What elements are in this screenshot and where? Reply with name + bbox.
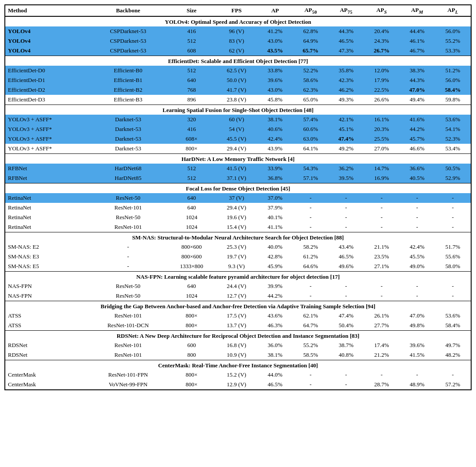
table-row: NAS-FPNResNet-5064024.4 (V)39.9%----- <box>5 281 471 291</box>
cell-apm: 39.6% <box>399 340 435 350</box>
cell-method: YOLOv3 + ASFF* <box>5 124 89 134</box>
cell-ap75: - <box>328 370 364 380</box>
cell-ap: 40.1% <box>257 213 293 222</box>
cell-backbone: Darknet-53 <box>89 115 167 124</box>
cell-apl: - <box>435 222 471 232</box>
col-backbone: Backbone <box>89 5 167 16</box>
cell-method: SM-NAS: E3 <box>5 252 89 262</box>
cell-backbone: CSPDarknet-53 <box>89 26 167 36</box>
col-fps: FPS <box>216 5 257 16</box>
cell-apl: 58.4% <box>435 321 471 331</box>
cell-size: 800× <box>167 321 216 331</box>
section-title: Focal Loss for Dense Object Detection [4… <box>5 183 471 193</box>
cell-backbone: Darknet-53 <box>89 124 167 134</box>
cell-ap75: 44.3% <box>328 26 364 36</box>
cell-backbone: - <box>89 262 167 272</box>
cell-apl: - <box>435 281 471 291</box>
cell-aps: 26.7% <box>364 46 400 56</box>
cell-ap75: 47.4% <box>328 311 364 321</box>
cell-aps: 17.4% <box>364 340 400 350</box>
section-header: HarDNet: A Low Memory Traffic Network [4… <box>5 153 471 164</box>
section-title: YOLOv4: Optimal Speed and Accuracy of Ob… <box>5 16 471 26</box>
cell-ap50: 65.7% <box>293 46 328 56</box>
table-row: RetinaNetResNet-101102415.4 (V)41.1%----… <box>5 222 471 232</box>
cell-size: 1024 <box>167 222 216 232</box>
cell-size: 800 <box>167 350 216 360</box>
cell-ap50: - <box>293 213 328 222</box>
cell-method: ATSS <box>5 311 89 321</box>
cell-fps: 10.9 (V) <box>216 350 257 360</box>
cell-fps: 96 (V) <box>216 26 257 36</box>
cell-ap: 43.5% <box>257 46 293 56</box>
cell-ap75: - <box>328 203 364 213</box>
cell-apl: 57.2% <box>435 380 471 390</box>
section-title: Bridging the Gap Between Anchor-based an… <box>5 301 471 311</box>
cell-size: 640 <box>167 193 216 203</box>
cell-backbone: ResNet-50 <box>89 213 167 222</box>
cell-fps: 23.8 (V) <box>216 95 257 105</box>
cell-apl: - <box>435 203 471 213</box>
cell-ap50: 64.1% <box>293 144 328 154</box>
cell-apm: 47.0% <box>399 85 435 95</box>
cell-aps: 20.3% <box>364 124 400 134</box>
cell-backbone: HarDNet85 <box>89 173 167 183</box>
cell-method: YOLOv4 <box>5 36 89 46</box>
cell-method: ATSS <box>5 321 89 331</box>
cell-backbone: Efficient-B0 <box>89 66 167 75</box>
cell-method: NAS-FPN <box>5 281 89 291</box>
cell-apm: - <box>399 203 435 213</box>
cell-backbone: ResNet-101 <box>89 340 167 350</box>
cell-apm: 40.5% <box>399 173 435 183</box>
cell-ap: 42.4% <box>257 134 293 144</box>
cell-backbone: ResNet-101-FPN <box>89 370 167 380</box>
cell-backbone: Darknet-53 <box>89 134 167 144</box>
cell-aps: - <box>364 370 400 380</box>
cell-ap50: 63.0% <box>293 134 328 144</box>
cell-aps: 25.5% <box>364 134 400 144</box>
cell-aps: - <box>364 281 400 291</box>
cell-ap: 33.9% <box>257 164 293 173</box>
table-row: ATSSResNet-101800×17.5 (V)43.6%62.1%47.4… <box>5 311 471 321</box>
cell-ap50: - <box>293 380 328 390</box>
section-title: NAS-FPN: Learning scalable feature pyram… <box>5 271 471 281</box>
section-header: CenterMask: Real-Time Anchor-Free Instan… <box>5 360 471 370</box>
cell-apm: 46.6% <box>399 144 435 154</box>
cell-aps: 27.0% <box>364 144 400 154</box>
cell-apm: 44.4% <box>399 26 435 36</box>
cell-method: RDSNet <box>5 340 89 350</box>
cell-size: 800×600 <box>167 252 216 262</box>
cell-apl: 58.0% <box>435 262 471 272</box>
cell-ap50: 64.9% <box>293 36 328 46</box>
cell-size: 800×600 <box>167 242 216 252</box>
col-ap50: AP50 <box>293 5 328 16</box>
table-row: ATSSResNet-101-DCN800×13.7 (V)46.3%64.7%… <box>5 321 471 331</box>
cell-apm: - <box>399 370 435 380</box>
cell-ap: 43.6% <box>257 311 293 321</box>
cell-ap75: 36.2% <box>328 164 364 173</box>
cell-ap50: - <box>293 203 328 213</box>
cell-aps: 28.7% <box>364 380 400 390</box>
table-row: RFBNetHarDNet8551237.1 (V)36.8%57.1%39.5… <box>5 173 471 183</box>
cell-ap75: 38.7% <box>328 340 364 350</box>
cell-ap50: 52.2% <box>293 66 328 75</box>
cell-size: 416 <box>167 26 216 36</box>
table-row: YOLOv3 + ASFF*Darknet-53800×29.4 (V)43.9… <box>5 144 471 154</box>
cell-aps: - <box>364 193 400 203</box>
cell-ap75: 49.3% <box>328 95 364 105</box>
table-row: YOLOv3 + ASFF*Darknet-53608×45.5 (V)42.4… <box>5 134 471 144</box>
cell-fps: 25.3 (V) <box>216 242 257 252</box>
cell-fps: 37.1 (V) <box>216 173 257 183</box>
cell-apl: 53.4% <box>435 144 471 154</box>
cell-apl: 50.5% <box>435 164 471 173</box>
cell-apl: 52.9% <box>435 173 471 183</box>
cell-method: RetinaNet <box>5 203 89 213</box>
cell-ap: 41.2% <box>257 26 293 36</box>
cell-size: 512 <box>167 164 216 173</box>
col-apm: APM <box>399 5 435 16</box>
section-title: EfficientDet: Scalable and Efficient Obj… <box>5 56 471 66</box>
cell-backbone: ResNet-101-DCN <box>89 321 167 331</box>
cell-backbone: ResNet-50 <box>89 193 167 203</box>
cell-size: 640 <box>167 203 216 213</box>
cell-ap50: 55.2% <box>293 340 328 350</box>
cell-method: YOLOv3 + ASFF* <box>5 144 89 154</box>
